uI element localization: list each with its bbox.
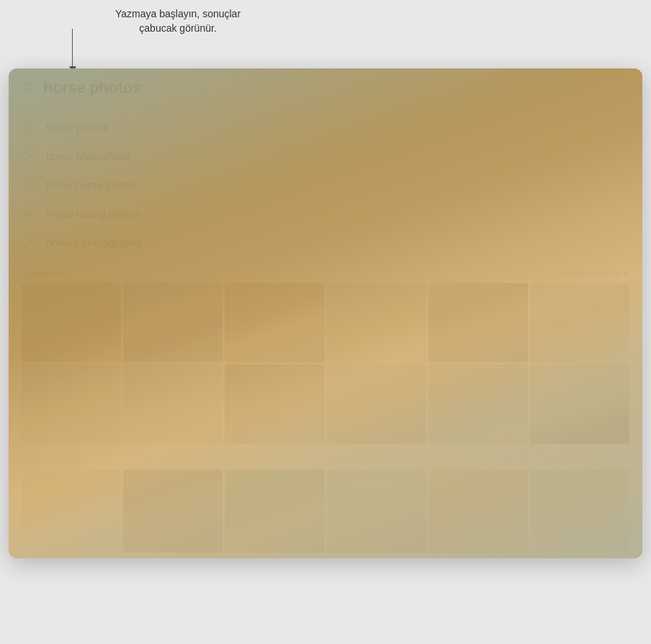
web-images-grid xyxy=(9,470,642,553)
web-image-thumb[interactable] xyxy=(530,470,629,553)
tooltip-arrow xyxy=(72,29,73,72)
tooltip: Yazmaya başlayın, sonuçlar çabucak görün… xyxy=(115,7,241,35)
search-panel: horse photos 🧭 horse photos 🧭 horse phot… xyxy=(9,68,642,558)
tooltip-line2: çabucak görünür. xyxy=(115,22,241,36)
tooltip-line1: Yazmaya başlayın, sonuçlar xyxy=(115,7,241,22)
